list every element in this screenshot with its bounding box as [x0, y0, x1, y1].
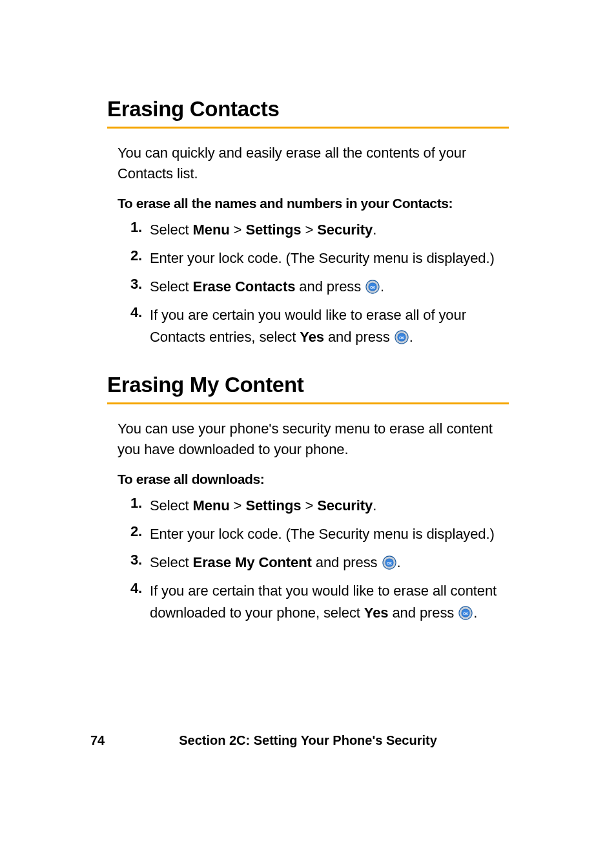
- step-b4: 4. If you are certain that you would lik…: [118, 580, 509, 624]
- settings-label: Settings: [245, 222, 301, 238]
- yes-label: Yes: [364, 605, 389, 621]
- settings-label: Settings: [245, 497, 301, 514]
- step-number: 1.: [118, 219, 150, 236]
- ok-button-icon: [458, 606, 473, 620]
- step-b3: 3. Select Erase My Content and press .: [118, 552, 509, 574]
- step-number: 3.: [118, 552, 150, 568]
- security-label: Security: [317, 222, 373, 238]
- step-text: Enter your lock code. (The Security menu…: [150, 247, 495, 269]
- step-number: 2.: [118, 523, 150, 540]
- step-text: Select Erase My Content and press .: [150, 552, 401, 574]
- section-label: Section 2C: Setting Your Phone's Securit…: [179, 733, 437, 748]
- intro-a: You can quickly and easily erase all the…: [118, 143, 509, 184]
- step-a1: 1. Select Menu > Settings > Security.: [118, 219, 509, 241]
- ok-button-icon: [365, 280, 380, 294]
- page: Erasing Contacts You can quickly and eas…: [0, 0, 616, 863]
- page-footer: 74 Section 2C: Setting Your Phone's Secu…: [0, 733, 616, 748]
- step-text: Select Menu > Settings > Security.: [150, 495, 376, 517]
- step-number: 4.: [118, 304, 150, 321]
- step-text: Select Menu > Settings > Security.: [150, 219, 376, 241]
- step-a4: 4. If you are certain you would like to …: [118, 304, 509, 348]
- menu-label: Menu: [193, 222, 230, 238]
- page-number: 74: [90, 733, 105, 748]
- instr-b: To erase all downloads:: [118, 472, 509, 487]
- erase-my-content-label: Erase My Content: [193, 554, 312, 570]
- step-text: If you are certain that you would like t…: [150, 580, 509, 624]
- step-text: Select Erase Contacts and press .: [150, 276, 384, 298]
- ok-button-icon: [395, 330, 409, 344]
- menu-label: Menu: [193, 497, 230, 514]
- step-b2: 2. Enter your lock code. (The Security m…: [118, 523, 509, 545]
- step-b1: 1. Select Menu > Settings > Security.: [118, 495, 509, 517]
- steps-b: 1. Select Menu > Settings > Security. 2.…: [118, 495, 509, 624]
- heading-erasing-my-content: Erasing My Content: [107, 373, 509, 404]
- step-number: 4.: [118, 580, 150, 597]
- step-a3: 3. Select Erase Contacts and press .: [118, 276, 509, 298]
- heading-erasing-contacts: Erasing Contacts: [107, 97, 509, 129]
- instr-a: To erase all the names and numbers in yo…: [118, 196, 509, 211]
- erase-contacts-label: Erase Contacts: [193, 278, 296, 295]
- security-label: Security: [317, 497, 373, 514]
- ok-button-icon: [382, 556, 396, 570]
- yes-label: Yes: [300, 329, 324, 345]
- step-text: Enter your lock code. (The Security menu…: [150, 523, 495, 545]
- step-number: 2.: [118, 247, 150, 264]
- steps-a: 1. Select Menu > Settings > Security. 2.…: [118, 219, 509, 348]
- step-text: If you are certain you would like to era…: [150, 304, 509, 348]
- step-number: 1.: [118, 495, 150, 512]
- step-a2: 2. Enter your lock code. (The Security m…: [118, 247, 509, 269]
- step-number: 3.: [118, 276, 150, 293]
- intro-b: You can use your phone's security menu t…: [118, 419, 509, 460]
